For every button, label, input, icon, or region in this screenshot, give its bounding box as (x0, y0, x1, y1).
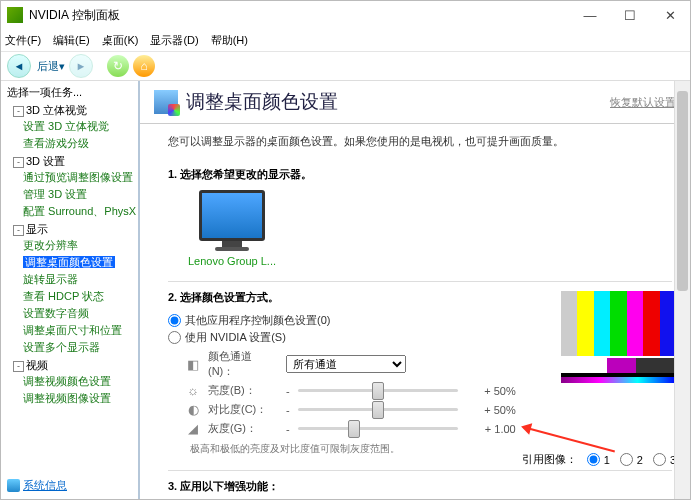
ref-image-1[interactable] (587, 453, 600, 466)
menu-help[interactable]: 帮助(H) (211, 33, 248, 48)
color-channel-select[interactable]: 所有通道 (286, 355, 406, 373)
expand-icon[interactable]: - (13, 361, 24, 372)
tree-item-hdcp-status[interactable]: 查看 HDCP 状态 (23, 290, 104, 302)
brightness-value: + 50% (466, 385, 516, 397)
expand-icon[interactable]: - (13, 225, 24, 236)
color-preview-image (561, 291, 676, 383)
page-title: 调整桌面颜色设置 (186, 89, 338, 115)
menu-file[interactable]: 文件(F) (5, 33, 41, 48)
tree-item-adjust-desktop-color[interactable]: 调整桌面颜色设置 (23, 256, 115, 268)
tree-item-change-res[interactable]: 更改分辨率 (23, 239, 78, 251)
nav-back-label[interactable]: 后退 ▾ (37, 59, 65, 74)
maximize-button[interactable]: ☐ (610, 1, 650, 29)
gamma-slider[interactable] (298, 422, 458, 436)
tree-group-display[interactable]: 显示 (26, 223, 48, 235)
tree-item-surround-physx[interactable]: 配置 Surround、PhysX (23, 205, 136, 217)
channel-label: 颜色通道(N)： (208, 349, 278, 379)
tree-item-set-3d-stereo[interactable]: 设置 3D 立体视觉 (23, 120, 109, 132)
tree-item-video-image[interactable]: 调整视频图像设置 (23, 392, 111, 404)
page-intro-text: 您可以调整显示器的桌面颜色设置。如果您使用的是电视机，也可提升画面质量。 (168, 134, 672, 149)
refresh-icon[interactable]: ↻ (107, 55, 129, 77)
expand-icon[interactable]: - (13, 157, 24, 168)
tree-item-desktop-size-pos[interactable]: 调整桌面尺寸和位置 (23, 324, 122, 336)
radio-nvidia-settings[interactable] (168, 331, 181, 344)
radio-other-app-color[interactable] (168, 314, 181, 327)
tree-group-video[interactable]: 视频 (26, 359, 48, 371)
brightness-slider[interactable] (298, 384, 458, 398)
nav-forward-button: ► (69, 54, 93, 78)
page-header-icon (154, 90, 178, 114)
gamma-label: 灰度(G)： (208, 421, 278, 436)
monitor-selector[interactable]: Lenovo Group L... (182, 190, 282, 267)
tree-item-preview-adjust[interactable]: 通过预览调整图像设置 (23, 171, 133, 183)
nav-back-button[interactable]: ◄ (7, 54, 31, 78)
gamma-icon: ◢ (186, 422, 200, 436)
tree-item-rotate-display[interactable]: 旋转显示器 (23, 273, 78, 285)
menu-desktop[interactable]: 桌面(K) (102, 33, 139, 48)
sysinfo-icon (7, 479, 20, 492)
brightness-label: 亮度(B)： (208, 383, 278, 398)
tree-item-digital-audio[interactable]: 设置数字音频 (23, 307, 89, 319)
tree-item-manage-3d[interactable]: 管理 3D 设置 (23, 188, 87, 200)
vertical-scrollbar[interactable] (674, 81, 690, 499)
close-button[interactable]: ✕ (650, 1, 690, 29)
gamma-value: + 1.00 (466, 423, 516, 435)
system-info-link[interactable]: 系统信息 (7, 478, 67, 493)
section-3-title: 3. 应用以下增强功能： (168, 479, 672, 494)
contrast-slider[interactable] (298, 403, 458, 417)
tree-item-multi-display[interactable]: 设置多个显示器 (23, 341, 100, 353)
section-1-title: 1. 选择您希望更改的显示器。 (168, 167, 672, 182)
tree-item-view-game-rating[interactable]: 查看游戏分级 (23, 137, 89, 149)
expand-icon[interactable]: - (13, 106, 24, 117)
contrast-icon: ◐ (186, 403, 200, 417)
tree-item-video-color[interactable]: 调整视频颜色设置 (23, 375, 111, 387)
tree-group-3d-settings[interactable]: 3D 设置 (26, 155, 65, 167)
brightness-icon: ☼ (186, 384, 200, 398)
minimize-button[interactable]: — (570, 1, 610, 29)
ref-image-label: 引用图像： (522, 452, 577, 467)
tree-header: 选择一项任务... (3, 83, 138, 102)
channel-icon: ◧ (186, 357, 200, 371)
ref-image-2[interactable] (620, 453, 633, 466)
contrast-value: + 50% (466, 404, 516, 416)
radio-other-app-label: 其他应用程序控制颜色设置(0) (185, 313, 330, 328)
contrast-label: 对比度(C)： (208, 402, 278, 417)
restore-defaults-link[interactable]: 恢复默认设置 (610, 95, 676, 110)
monitor-icon (199, 190, 265, 241)
nvidia-app-icon (7, 7, 23, 23)
menu-display[interactable]: 显示器(D) (150, 33, 198, 48)
window-title: NVIDIA 控制面板 (29, 7, 570, 24)
radio-nvidia-label: 使用 NVIDIA 设置(S) (185, 330, 286, 345)
tree-group-3d-stereo[interactable]: 3D 立体视觉 (26, 104, 87, 116)
monitor-label: Lenovo Group L... (182, 255, 282, 267)
home-icon[interactable]: ⌂ (133, 55, 155, 77)
menu-edit[interactable]: 编辑(E) (53, 33, 90, 48)
ref-image-3[interactable] (653, 453, 666, 466)
